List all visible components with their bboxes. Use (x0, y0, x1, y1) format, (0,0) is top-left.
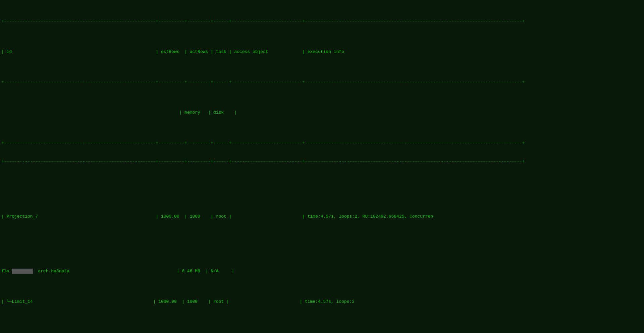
blank-3 (0, 323, 644, 329)
projection-7-row: | Projection_7 | 1000.00 | 1000 | root |… (0, 214, 644, 220)
memory-disk-header: | memory | disk | (0, 110, 644, 116)
flo-row: flo ████████ arch.ha3data | 6.46 MB | N/… (0, 268, 644, 274)
terminal-output: +---------------------------------------… (0, 0, 644, 333)
separator-top: +---------------------------------------… (0, 18, 644, 24)
separator-3: +---------------------------------------… (0, 159, 644, 165)
blank-2 (0, 238, 644, 244)
blank-1 (0, 183, 644, 189)
limit-14-row: | └─Limit_14 | 1000.00 | 1000 | root | |… (0, 299, 644, 305)
separator-2: +---------------------------------------… (0, 140, 644, 146)
header-row: | id | estRows | actRows | task | access… (0, 49, 644, 55)
separator-header: +---------------------------------------… (0, 79, 644, 85)
